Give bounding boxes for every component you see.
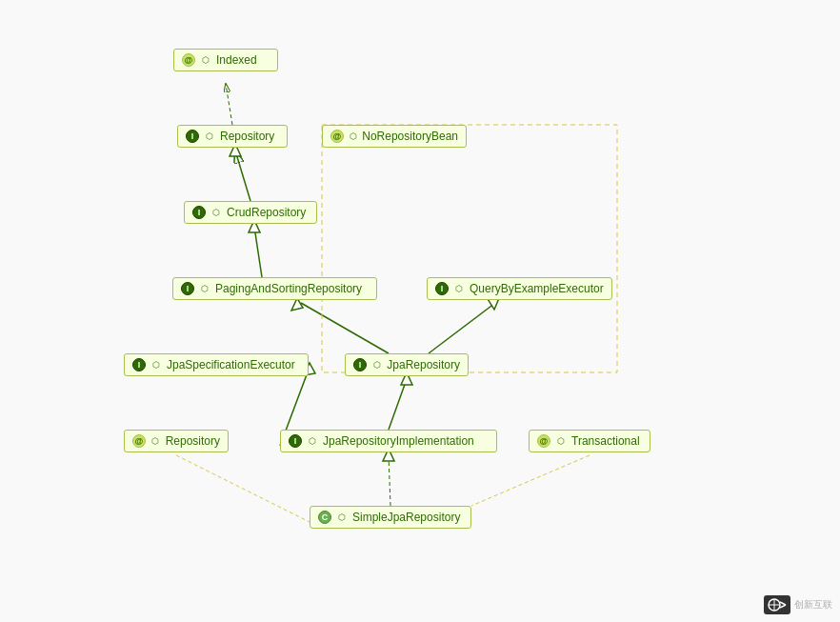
node-repository: I ⬡ Repository (177, 125, 288, 148)
svg-line-3 (235, 150, 250, 201)
badge-interface: I (181, 282, 194, 295)
badge-class: C (318, 511, 331, 524)
node-repository2: @ ⬡ Repository (124, 430, 229, 452)
node-label: Repository (220, 130, 274, 143)
svg-line-2 (226, 84, 232, 125)
badge-interface: I (353, 358, 367, 371)
svg-line-11 (389, 379, 407, 430)
pkg-icon: ⬡ (150, 358, 163, 371)
pkg-icon: ⬡ (554, 434, 568, 448)
node-label: NoRepositoryBean (362, 130, 458, 143)
svg-line-7 (301, 303, 389, 353)
pkg-icon: ⬡ (210, 206, 223, 219)
svg-line-9 (429, 303, 495, 353)
badge-annotation: @ (132, 434, 146, 448)
node-jpa-repository: I ⬡ JpaRepository (345, 353, 469, 376)
pkg-icon: ⬡ (348, 130, 358, 143)
node-label: Repository (166, 434, 220, 448)
svg-rect-17 (322, 125, 617, 372)
node-label: QueryByExampleExecutor (470, 282, 604, 295)
watermark: 创新互联 (764, 595, 832, 614)
badge-interface: I (132, 358, 146, 371)
badge-annotation: @ (330, 130, 344, 143)
node-label: JpaSpecificationExecutor (167, 358, 295, 371)
svg-line-15 (389, 455, 390, 506)
watermark-logo (764, 595, 790, 614)
svg-line-23 (780, 602, 786, 605)
node-no-repository-bean: @ ⬡ NoRepositoryBean (322, 125, 467, 148)
svg-line-19 (471, 455, 590, 506)
badge-interface: I (192, 206, 206, 219)
node-transactional: @ ⬡ Transactional (529, 430, 650, 452)
pkg-icon: ⬡ (370, 358, 383, 371)
node-query-by-example-executor: I ⬡ QueryByExampleExecutor (427, 277, 612, 300)
node-label: SimpleJpaRepository (352, 511, 460, 524)
node-label: CrudRepository (227, 206, 306, 219)
svg-line-18 (176, 455, 310, 522)
badge-interface: I (435, 282, 449, 295)
pkg-icon: ⬡ (150, 434, 162, 448)
svg-line-24 (780, 605, 786, 608)
node-crud-repository: I ⬡ CrudRepository (184, 201, 317, 224)
pkg-icon: ⬡ (306, 434, 319, 448)
pkg-icon: ⬡ (203, 130, 216, 143)
node-jpa-specification-executor: I ⬡ JpaSpecificationExecutor (124, 353, 309, 376)
node-label: JpaRepositoryImplementation (323, 434, 474, 448)
node-simple-jpa-repository: C ⬡ SimpleJpaRepository (310, 506, 471, 529)
node-jpa-repository-impl: I ⬡ JpaRepositoryImplementation (280, 430, 497, 452)
diagram-area: @ ⬡ Indexed I ⬡ Repository @ ⬡ NoReposit… (0, 0, 840, 622)
node-label: Indexed (216, 53, 257, 67)
svg-line-5 (254, 227, 262, 277)
pkg-icon: ⬡ (452, 282, 466, 295)
node-label: JpaRepository (387, 358, 460, 371)
node-label: Transactional (571, 434, 640, 448)
watermark-text: 创新互联 (794, 598, 832, 612)
pkg-icon: ⬡ (199, 53, 212, 67)
node-label: PagingAndSortingRepository (215, 282, 362, 295)
badge-annotation: @ (182, 53, 195, 67)
node-paging-sorting-repository: I ⬡ PagingAndSortingRepository (172, 277, 377, 300)
pkg-icon: ⬡ (335, 511, 349, 524)
badge-annotation: @ (537, 434, 550, 448)
node-indexed: @ ⬡ Indexed (173, 49, 278, 71)
pkg-icon: ⬡ (198, 282, 211, 295)
badge-interface: I (186, 130, 199, 143)
badge-interface: I (289, 434, 302, 448)
